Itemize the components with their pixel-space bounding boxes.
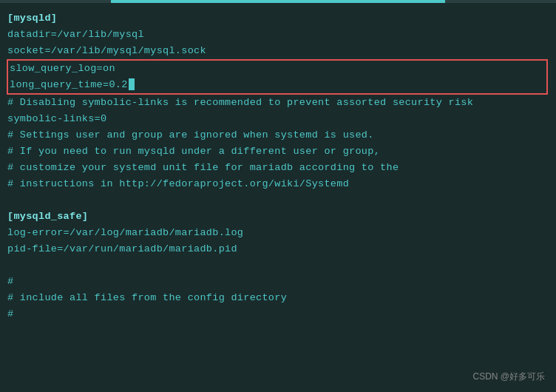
code-content: [mysqld] datadir=/var/lib/mysql socket=/… <box>7 10 549 322</box>
line-empty1 <box>7 192 549 209</box>
line-comment-disabling: # Disabling symbolic-links is recommende… <box>7 95 549 111</box>
line-socket: socket=/var/lib/mysql/mysql.sock <box>7 43 549 59</box>
line-log-error: log-error=/var/log/mariadb/mariadb.log <box>7 225 549 241</box>
scrollbar-top[interactable] <box>0 0 556 3</box>
line-symbolic-links: symbolic-links=0 <box>7 111 549 127</box>
line-mysqld-safe-header: [mysqld_safe] <box>7 209 549 225</box>
line-comment-if: # If you need to run mysqld under a diff… <box>7 143 549 160</box>
text-cursor <box>129 78 135 90</box>
line-comment-include: # include all files from the config dire… <box>7 290 549 306</box>
line-comment-hash1: # <box>7 274 549 290</box>
line-comment-instructions: # instructions in http://fedoraproject.o… <box>7 176 549 192</box>
line-comment-hash2: # <box>7 306 549 322</box>
line-long-query: long_query_time=0.2 <box>8 77 546 93</box>
line-slow-query: slow_query_log=on <box>8 61 546 77</box>
watermark: CSDN @好多可乐 <box>472 371 545 383</box>
line-comment-settings: # Settings user and group are ignored wh… <box>7 127 549 143</box>
scrollbar-indicator <box>111 0 444 3</box>
highlighted-block: slow_query_log=on long_query_time=0.2 <box>7 59 548 95</box>
line-mysqld-header: [mysqld] <box>7 10 549 27</box>
line-pid-file: pid-file=/var/run/mariadb/mariadb.pid <box>7 241 549 257</box>
line-empty2 <box>7 257 549 274</box>
line-datadir: datadir=/var/lib/mysql <box>7 27 549 43</box>
editor-container: [mysqld] datadir=/var/lib/mysql socket=/… <box>0 0 556 392</box>
line-comment-customize: # customize your systemd unit file for m… <box>7 160 549 176</box>
